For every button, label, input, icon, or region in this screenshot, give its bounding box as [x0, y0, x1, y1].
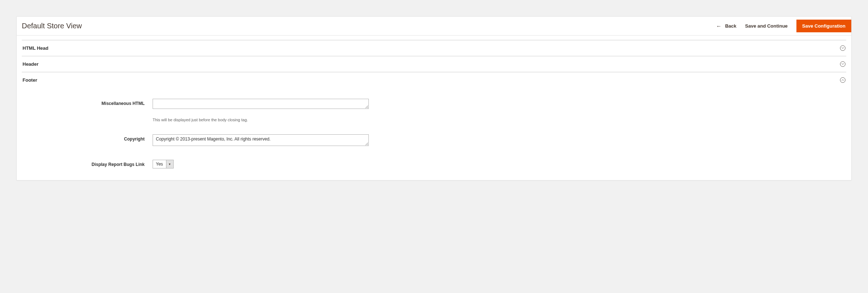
page-actions: ← Back Save and Continue Save Configurat… — [716, 20, 851, 32]
back-label: Back — [725, 23, 736, 29]
misc-html-hint: This will be displayed just before the b… — [153, 118, 369, 122]
section-html-head[interactable]: HTML Head — [22, 40, 846, 56]
report-bugs-value: Yes — [153, 160, 166, 168]
copyright-label: Copyright — [22, 134, 153, 142]
save-configuration-button[interactable]: Save Configuration — [796, 20, 851, 32]
misc-html-hint-wrap: This will be displayed just before the b… — [153, 113, 369, 122]
report-bugs-label: Display Report Bugs Link — [22, 160, 153, 167]
page-container: Default Store View ← Back Save and Conti… — [16, 16, 852, 180]
chevron-down-icon — [840, 61, 845, 67]
content-area: HTML Head Header Footer Miscellaneous HT… — [17, 40, 851, 180]
section-header[interactable]: Header — [22, 56, 846, 72]
form-row-misc-html: Miscellaneous HTML — [22, 99, 846, 110]
section-title: Footer — [23, 77, 37, 83]
form-row-copyright: Copyright — [22, 134, 846, 147]
misc-html-textarea[interactable] — [153, 99, 369, 109]
copyright-textarea[interactable] — [153, 134, 369, 146]
copyright-field-wrap — [153, 134, 369, 147]
hint-spacer — [22, 113, 153, 115]
chevron-up-icon — [840, 77, 845, 83]
section-title: Header — [23, 61, 39, 67]
report-bugs-select[interactable]: Yes ▼ — [153, 160, 174, 168]
section-footer[interactable]: Footer — [22, 72, 846, 88]
chevron-down-icon — [840, 45, 845, 51]
page-title: Default Store View — [22, 22, 82, 30]
misc-html-field-wrap — [153, 99, 369, 110]
save-and-continue-button[interactable]: Save and Continue — [745, 23, 788, 29]
arrow-left-icon: ← — [716, 23, 722, 29]
back-button[interactable]: ← Back — [716, 23, 736, 29]
section-title: HTML Head — [23, 45, 48, 51]
form-row-misc-html-hint: This will be displayed just before the b… — [22, 113, 846, 122]
report-bugs-field-wrap: Yes ▼ — [153, 160, 369, 168]
caret-down-icon: ▼ — [166, 160, 173, 168]
page-header: Default Store View ← Back Save and Conti… — [17, 17, 851, 36]
form-row-report-bugs: Display Report Bugs Link Yes ▼ — [22, 160, 846, 168]
footer-form: Miscellaneous HTML This will be displaye… — [22, 88, 846, 168]
misc-html-label: Miscellaneous HTML — [22, 99, 153, 106]
